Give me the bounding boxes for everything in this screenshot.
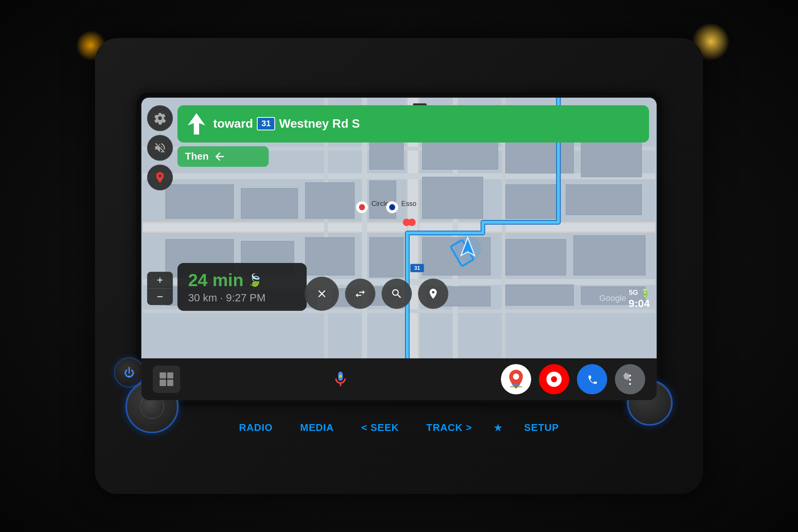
eco-icon: 🍃 [247,273,263,287]
cancel-route-button[interactable] [305,277,339,311]
track-forward-button[interactable]: TRACK > [413,416,486,439]
left-sidebar [147,105,173,190]
nav-direction-card: toward 31 Westney Rd S Then [177,105,649,167]
search-button[interactable] [382,279,412,309]
media-button[interactable]: MEDIA [287,416,348,439]
svg-point-45 [359,204,365,210]
svg-text:Esso: Esso [401,200,416,207]
phone-app[interactable] [577,364,607,394]
app-dock [501,364,645,394]
car-controls: RADIO MEDIA < SEEK TRACK > ★ SETUP [137,416,661,439]
svg-rect-32 [573,235,645,275]
radio-button[interactable]: RADIO [225,416,287,439]
direction-text: toward 31 Westney Rd S [213,116,360,131]
save-location-button[interactable] [418,279,448,309]
youtube-music-app[interactable] [539,364,569,394]
clock-display: 9:04 [629,298,650,310]
favorite-button[interactable]: ★ [486,416,510,439]
car-interior: ⏻ [0,0,798,532]
location-button[interactable] [147,165,173,190]
svg-point-65 [577,364,607,394]
svg-rect-15 [166,184,234,218]
route-alternatives-button[interactable] [345,279,375,309]
seek-back-button[interactable]: < SEEK [348,416,413,439]
battery-icon: 🔋 [640,288,650,298]
console-frame: ⏻ [95,38,703,494]
status-bar: 5G 🔋 9:04 [629,288,650,310]
screen-bezel: 31 Circle K Esso [137,93,661,405]
map-zoom-controls: + − [147,272,173,305]
svg-rect-25 [566,184,641,215]
svg-point-48 [389,204,395,210]
network-badge: 5G [629,289,638,297]
svg-rect-7 [143,173,655,179]
svg-rect-28 [305,237,354,275]
distance: 30 km [188,292,217,304]
svg-point-54 [454,235,481,262]
svg-rect-1 [143,222,655,233]
eta-time: 24 min 🍃 [188,270,296,290]
mute-button[interactable] [147,135,173,161]
grid-icon [160,372,173,386]
eta-minutes: 24 min [188,270,244,290]
eta-details: 30 km · 9:27 PM [188,292,296,304]
separator: · [220,292,226,304]
svg-rect-24 [505,184,558,218]
arrival-time: 9:27 PM [226,292,266,304]
eta-panel: 24 min 🍃 30 km · 9:27 PM [177,263,307,311]
svg-rect-3 [143,231,655,233]
google-maps-app[interactable] [501,364,531,394]
svg-rect-16 [241,188,298,218]
svg-point-43 [408,218,416,226]
then-direction-banner: Then [177,146,269,167]
svg-rect-2 [143,222,655,223]
microphone-button[interactable] [327,366,354,393]
direction-arrow-up [187,112,206,136]
svg-point-63 [551,376,557,382]
nav-action-buttons [305,277,651,311]
bottom-bar [141,358,657,400]
map-area[interactable]: 31 Circle K Esso [141,98,657,358]
svg-rect-17 [305,182,354,218]
svg-rect-21 [423,177,483,218]
svg-marker-55 [188,113,205,135]
svg-point-58 [513,374,519,380]
main-direction-banner: toward 31 Westney Rd S [177,105,649,142]
zoom-out-button[interactable]: − [147,288,173,305]
street-name: Westney Rd S [279,116,360,131]
then-label: Then [185,150,209,162]
android-auto-settings-app[interactable] [615,364,645,394]
android-auto-screen: 31 Circle K Esso [141,98,657,400]
settings-button[interactable] [147,105,173,131]
route-number-badge: 31 [257,117,275,130]
svg-rect-31 [505,239,566,275]
toward-label: toward [213,116,253,131]
svg-rect-29 [369,237,403,277]
zoom-in-button[interactable]: + [147,272,173,288]
setup-button[interactable]: SETUP [510,416,573,439]
grid-view-button[interactable] [153,366,180,393]
svg-text:31: 31 [414,265,420,271]
svg-point-56 [339,375,342,378]
